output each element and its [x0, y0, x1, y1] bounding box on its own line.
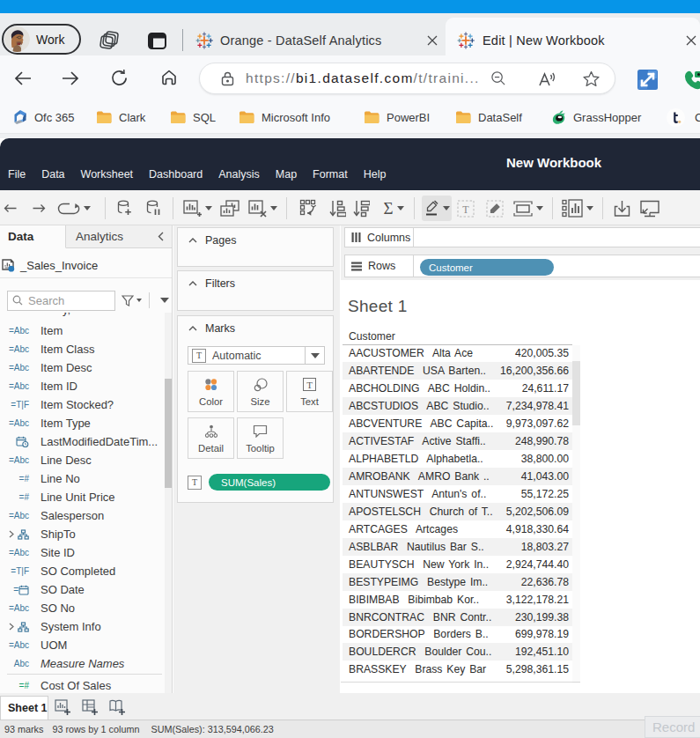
clear-sheet-icon[interactable] — [246, 196, 279, 221]
collapse-chevron-icon[interactable] — [188, 326, 197, 331]
rows-pill-customer[interactable]: Customer — [420, 259, 554, 276]
field-item[interactable]: =AbcSalesperson — [0, 506, 166, 525]
field-item[interactable]: =#Line No — [0, 469, 166, 488]
bookmark-folder-microsoft-info[interactable]: Microsoft Info — [239, 107, 330, 128]
table-row[interactable]: BEAUTYSCH New York In..2,924,744.40 — [343, 556, 572, 573]
sheet-tab-sheet1[interactable]: Sheet 1 — [0, 696, 48, 720]
collapse-chevron-icon[interactable] — [188, 281, 197, 286]
url-text[interactable]: https://bi1.dataself.com/t/traini... — [246, 70, 480, 86]
redo-icon[interactable] — [27, 196, 50, 221]
field-item[interactable]: =AbcItem Desc — [0, 358, 166, 377]
mark-type-dropdown[interactable]: T Automatic — [188, 346, 325, 365]
table-row[interactable]: BESTYPEIMG Bestype Im..22,636.78 — [343, 573, 572, 591]
datasource-row[interactable]: _Sales_Invoice — [0, 254, 172, 278]
field-item[interactable]: =#Cost Of Sales — [0, 676, 166, 693]
new-worksheet-tab-icon[interactable] — [52, 697, 73, 717]
show-me-icon[interactable] — [559, 196, 596, 221]
menu-help[interactable]: Help — [356, 163, 394, 186]
sort-ascending-icon[interactable] — [325, 196, 350, 221]
bookmark-ofc-365[interactable]: Ofc 365 — [12, 107, 75, 128]
field-item[interactable]: =AbcItem Type — [0, 414, 166, 432]
table-row[interactable]: ALPHABETLD Alphabetla..38,800.00 — [343, 450, 572, 468]
menu-worksheet[interactable]: Worksheet — [73, 163, 142, 186]
bookmark-folder-dataself[interactable]: DataSelf — [455, 107, 522, 128]
expand-screen-extension-icon[interactable] — [637, 70, 658, 90]
undo-icon[interactable] — [0, 196, 19, 221]
text-button[interactable]: T Text — [286, 371, 333, 412]
table-row[interactable]: AMROBANK AMRO Bank ..41,043.00 — [343, 468, 572, 485]
replay-icon[interactable] — [55, 196, 93, 221]
browser-tab-orange-dataself[interactable]: Orange - DataSelf Analytics — [187, 13, 444, 55]
menu-data[interactable]: Data — [33, 163, 72, 186]
table-row[interactable]: BIBIMBAB Bibimbab Kor..3,122,178.21 — [343, 591, 572, 609]
bookmark-folder-sql[interactable]: SQL — [170, 107, 216, 128]
data-panel-scrollbar[interactable] — [165, 313, 172, 693]
table-row[interactable]: ANTUNSWEST Antun's of..55,172.25 — [343, 485, 572, 503]
record-overlay-button[interactable]: Record — [645, 716, 700, 738]
table-row[interactable]: APOSTELSCH Church of T..5,202,506.09 — [343, 503, 572, 520]
bookmark-folder-clark[interactable]: Clark — [96, 107, 145, 128]
highlight-icon[interactable] — [422, 196, 452, 221]
table-column-header[interactable]: Customer — [349, 330, 395, 343]
menu-analysis[interactable]: Analysis — [210, 163, 268, 186]
field-item[interactable]: =AbcSO No — [0, 599, 166, 617]
tab-actions-menu-icon[interactable] — [145, 29, 168, 52]
table-row[interactable]: AACUSTOMER Alta Ace420,005.35 — [343, 345, 572, 363]
address-bar[interactable]: https://bi1.dataself.com/t/traini... — [199, 63, 615, 94]
filters-card[interactable]: Filters — [177, 270, 334, 311]
columns-shelf[interactable]: Columns — [344, 227, 700, 247]
field-item[interactable]: LastModifiedDateTim... — [0, 432, 166, 451]
swap-rows-columns-icon[interactable] — [296, 196, 321, 221]
field-item[interactable]: =AbcSite ID — [0, 543, 166, 562]
field-item[interactable]: =T|FItem Stocked? — [0, 395, 166, 414]
scrollbar-thumb[interactable] — [165, 379, 172, 488]
field-item[interactable]: ShipTo — [0, 525, 166, 543]
read-aloud-icon[interactable] — [538, 71, 556, 87]
bookmark-folder-powerbi[interactable]: PowerBI — [364, 107, 430, 128]
field-item[interactable]: =T|FSO Completed — [0, 562, 166, 580]
tab-close-icon[interactable] — [424, 33, 439, 48]
table-row[interactable]: ACTIVESTAF Active Staffi..248,990.78 — [343, 432, 572, 450]
lock-icon[interactable] — [221, 71, 234, 86]
size-button[interactable]: Size — [237, 371, 284, 412]
table-row[interactable]: BNRCONTRAC BNR Contr..230,199.38 — [343, 609, 572, 626]
back-icon[interactable] — [13, 69, 33, 88]
table-row[interactable]: BRASSKEY Brass Key Bar5,298,361.15 — [343, 661, 572, 678]
table-row[interactable]: ARTCAGES Artcages4,918,330.64 — [343, 520, 572, 538]
show-mark-labels-icon[interactable]: T — [454, 196, 477, 221]
presentation-mode-icon[interactable] — [637, 196, 663, 221]
table-vertical-scrollbar[interactable] — [572, 345, 580, 683]
menu-map[interactable]: Map — [268, 163, 305, 186]
search-input[interactable]: Search — [7, 291, 115, 311]
mark-pill-sum-sales[interactable]: SUM(Sales) — [209, 474, 330, 491]
collapse-panel-icon[interactable] — [149, 225, 172, 247]
tab-analytics[interactable]: Analytics — [66, 225, 149, 247]
field-item[interactable]: =AbcLine Desc — [0, 451, 166, 469]
collapse-chevron-icon[interactable] — [188, 238, 197, 243]
table-row[interactable]: BOULDERCR Boulder Cou..192,451.10 — [343, 643, 572, 661]
mark-type-caret-icon[interactable] — [305, 347, 324, 364]
table-row[interactable]: ABARTENDE USA Barten..16,200,356.66 — [343, 362, 572, 380]
tooltip-button[interactable]: Tooltip — [237, 417, 284, 459]
sort-descending-icon[interactable] — [349, 196, 373, 221]
bookmark-teamwork[interactable]: C — [667, 107, 700, 128]
favorite-star-icon[interactable] — [583, 70, 600, 87]
pause-updates-icon[interactable] — [141, 196, 166, 221]
rows-shelf[interactable]: Rows Customer — [344, 255, 700, 277]
refresh-icon[interactable] — [110, 69, 129, 88]
filter-fields-icon[interactable] — [122, 295, 142, 306]
table-row[interactable]: ABCSTUDIOS ABC Studio..7,234,978.41 — [343, 397, 572, 415]
table-row[interactable]: BORDERSHOP Borders B..699,978.19 — [343, 626, 572, 644]
fields-menu-caret-icon[interactable] — [160, 298, 169, 303]
totals-icon[interactable]: Σ — [377, 196, 410, 221]
field-item[interactable]: AbcMeasure Names — [0, 654, 166, 673]
fix-axes-icon[interactable] — [511, 196, 546, 221]
home-icon[interactable] — [160, 69, 180, 88]
tab-close-icon[interactable] — [683, 33, 698, 48]
phone-extension-icon[interactable] — [683, 70, 700, 91]
bookmark-grasshopper[interactable]: GrassHopper — [550, 107, 641, 128]
workspaces-icon[interactable] — [98, 29, 121, 52]
browser-profile-button[interactable]: Work — [2, 24, 81, 55]
download-icon[interactable] — [609, 196, 634, 221]
field-item[interactable]: =SO Date — [0, 580, 166, 599]
